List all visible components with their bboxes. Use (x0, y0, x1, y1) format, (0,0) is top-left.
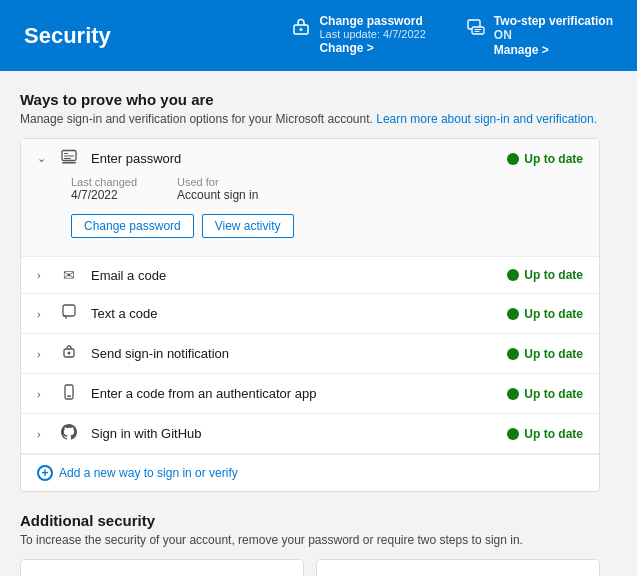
text-status: Up to date (507, 307, 583, 321)
add-link-text: Add a new way to sign in or verify (59, 466, 238, 480)
text-icon (57, 304, 81, 323)
change-password-icon (291, 16, 311, 41)
github-status: Up to date (507, 427, 583, 441)
svg-rect-7 (64, 153, 68, 154)
status-dot (507, 153, 519, 165)
svg-rect-8 (64, 156, 74, 157)
add-icon: + (37, 465, 53, 481)
password-icon (57, 149, 81, 168)
used-for-group: Used for Account sign in (177, 176, 258, 202)
two-step-text: Two-step verification ON Manage > (494, 14, 613, 57)
page-title: Security (24, 23, 111, 49)
passwordless-card: Passwordless account OFF Turn on ← (20, 559, 304, 576)
chevron-down-icon: ⌄ (37, 152, 57, 165)
svg-rect-11 (63, 305, 75, 316)
ways-section: Ways to prove who you are Manage sign-in… (20, 91, 600, 492)
option-row-main-email: › ✉ Email a code Up to date (37, 267, 583, 283)
password-actions: Change password View activity (37, 214, 328, 246)
chevron-right-icon: › (37, 269, 57, 281)
email-status: Up to date (507, 268, 583, 282)
svg-point-1 (300, 28, 303, 31)
two-step-icon (466, 16, 486, 41)
svg-rect-15 (67, 396, 71, 398)
svg-point-13 (68, 352, 71, 355)
header: Security Change password Last update: 4/… (0, 0, 637, 71)
svg-rect-3 (472, 27, 484, 34)
option-row-password[interactable]: ⌄ Enter password Up to date (21, 139, 599, 257)
main-content: Ways to prove who you are Manage sign-in… (0, 71, 620, 576)
option-row-authenticator[interactable]: › Enter a code from an authenticator app… (21, 374, 599, 414)
password-status: Up to date (507, 152, 583, 166)
password-details-row: Last changed 4/7/2022 Used for Account s… (71, 176, 549, 202)
option-row-main-authenticator: › Enter a code from an authenticator app… (37, 384, 583, 403)
additional-cards: Passwordless account OFF Turn on ← (20, 559, 600, 576)
option-row-main-password: ⌄ Enter password Up to date (37, 149, 583, 168)
ways-section-title: Ways to prove who you are (20, 91, 600, 108)
password-details: Last changed 4/7/2022 Used for Account s… (37, 168, 583, 214)
svg-rect-5 (474, 31, 479, 32)
header-actions: Change password Last update: 4/7/2022 Ch… (291, 14, 613, 57)
two-step-card: Two-step verification ON Turn off (316, 559, 600, 576)
option-row-github[interactable]: › Sign in with GitHub Up to date (21, 414, 599, 454)
options-card: ⌄ Enter password Up to date (20, 138, 600, 492)
authenticator-status: Up to date (507, 387, 583, 401)
ways-section-link[interactable]: Learn more about sign-in and verificatio… (376, 112, 597, 126)
change-password-button[interactable]: Change password (71, 214, 194, 238)
authenticator-label: Enter a code from an authenticator app (91, 386, 507, 401)
svg-rect-4 (474, 29, 481, 30)
add-new-way-row[interactable]: + Add a new way to sign in or verify (21, 454, 599, 491)
email-label: Email a code (91, 268, 507, 283)
password-label: Enter password (91, 151, 507, 166)
additional-section-desc: To increase the security of your account… (20, 533, 600, 547)
option-row-main-notification: › Send sign-in notification Up to date (37, 344, 583, 363)
chevron-right-icon: › (37, 308, 57, 320)
last-changed-group: Last changed 4/7/2022 (71, 176, 137, 202)
authenticator-icon (57, 384, 81, 403)
option-row-notification[interactable]: › Send sign-in notification Up to date (21, 334, 599, 374)
text-label: Text a code (91, 306, 507, 321)
option-row-main-github: › Sign in with GitHub Up to date (37, 424, 583, 443)
notification-icon (57, 344, 81, 363)
additional-section-title: Additional security (20, 512, 600, 529)
github-icon (57, 424, 81, 443)
additional-section: Additional security To increase the secu… (20, 512, 600, 576)
option-row-text[interactable]: › Text a code Up to date (21, 294, 599, 334)
change-password-text: Change password Last update: 4/7/2022 Ch… (319, 14, 425, 55)
email-icon: ✉ (57, 267, 81, 283)
chevron-right-icon: › (37, 428, 57, 440)
svg-rect-10 (62, 162, 76, 164)
notification-status: Up to date (507, 347, 583, 361)
chevron-right-icon: › (37, 348, 57, 360)
ways-section-desc: Manage sign-in and verification options … (20, 112, 600, 126)
option-row-email[interactable]: › ✉ Email a code Up to date (21, 257, 599, 294)
two-step-link[interactable]: Manage > (494, 43, 549, 57)
github-label: Sign in with GitHub (91, 426, 507, 441)
two-step-action[interactable]: Two-step verification ON Manage > (466, 14, 613, 57)
change-password-action[interactable]: Change password Last update: 4/7/2022 Ch… (291, 14, 425, 57)
option-row-main-text: › Text a code Up to date (37, 304, 583, 323)
view-activity-button[interactable]: View activity (202, 214, 294, 238)
chevron-right-icon: › (37, 388, 57, 400)
svg-rect-9 (64, 158, 71, 159)
change-password-link[interactable]: Change > (319, 41, 373, 55)
notification-label: Send sign-in notification (91, 346, 507, 361)
